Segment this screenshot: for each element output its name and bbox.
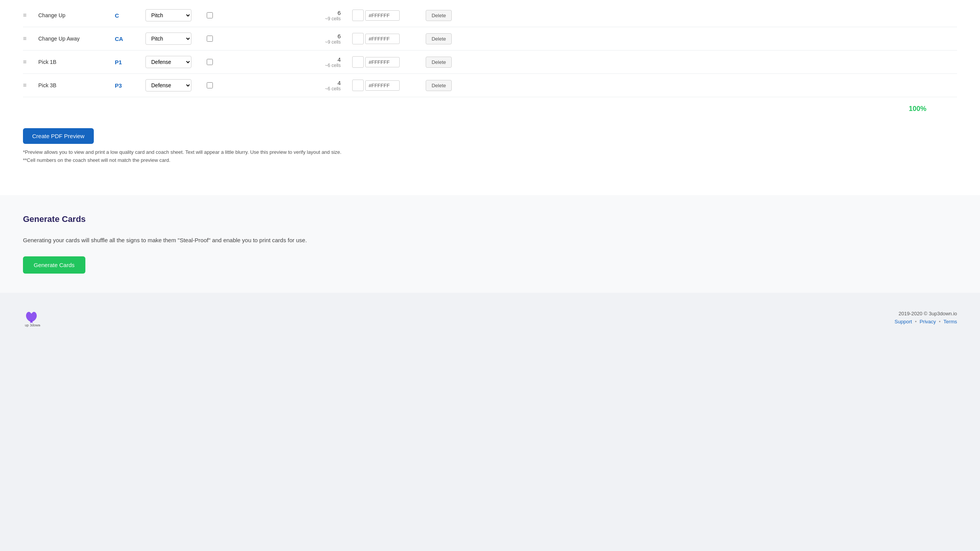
row-checkbox-container — [199, 12, 306, 18]
row-delete: Delete — [421, 80, 452, 91]
row-cells: 6 ~9 cells — [306, 10, 352, 21]
footer-logo: up 3down .io — [23, 308, 42, 327]
footer: up 3down .io 2019-2020 © 3up3down.io Sup… — [0, 293, 980, 342]
row-checkbox-container — [199, 59, 306, 65]
cells-approx: ~9 cells — [306, 16, 341, 21]
row-checkbox[interactable] — [207, 59, 213, 65]
preview-note-1: *Preview allows you to view and print a … — [23, 148, 957, 156]
color-hex-input[interactable] — [365, 57, 400, 67]
color-swatch[interactable] — [352, 10, 364, 21]
color-hex-input[interactable] — [365, 10, 400, 21]
row-cells: 6 ~9 cells — [306, 33, 352, 45]
generate-cards-description: Generating your cards will shuffle all t… — [23, 236, 957, 245]
table-row: ≡ Change Up C PitchDefenseBaserunning 6 … — [23, 4, 957, 27]
separator-2: • — [939, 319, 942, 324]
delete-button[interactable]: Delete — [426, 33, 452, 44]
drag-handle[interactable]: ≡ — [23, 59, 31, 65]
table-section: ≡ Change Up C PitchDefenseBaserunning 6 … — [23, 0, 957, 97]
footer-right: 2019-2020 © 3up3down.io Support • Privac… — [895, 311, 957, 324]
color-swatch[interactable] — [352, 80, 364, 91]
pdf-section: Create PDF Preview *Preview allows you t… — [23, 121, 957, 180]
row-type: PitchDefenseBaserunning — [145, 79, 199, 91]
table-row: ≡ Pick 1B P1 PitchDefenseBaserunning 4 ~… — [23, 51, 957, 74]
color-swatch[interactable] — [352, 33, 364, 44]
row-cells: 4 ~6 cells — [306, 80, 352, 91]
row-checkbox[interactable] — [207, 12, 213, 18]
color-hex-input[interactable] — [365, 34, 400, 44]
row-checkbox[interactable] — [207, 36, 213, 42]
preview-note-2: **Cell numbers on the coach sheet will n… — [23, 156, 957, 165]
type-select[interactable]: PitchDefenseBaserunning — [145, 79, 191, 91]
logo-icon: up 3down .io — [23, 308, 42, 327]
cells-count: 4 — [306, 56, 341, 63]
svg-text:.io: .io — [38, 324, 41, 327]
color-hex-input[interactable] — [365, 80, 400, 91]
row-name: Change Up — [38, 12, 115, 18]
row-checkbox-container — [199, 82, 306, 88]
delete-button[interactable]: Delete — [426, 10, 452, 21]
row-type: PitchDefenseBaserunning — [145, 33, 199, 45]
row-delete: Delete — [421, 33, 452, 44]
svg-text:up: up — [25, 323, 29, 327]
drag-handle[interactable]: ≡ — [23, 12, 31, 19]
create-pdf-button[interactable]: Create PDF Preview — [23, 128, 94, 144]
row-abbr: P3 — [115, 82, 145, 89]
row-name: Pick 3B — [38, 82, 115, 88]
cells-count: 6 — [306, 10, 341, 16]
type-select[interactable]: PitchDefenseBaserunning — [145, 9, 191, 21]
generate-cards-button[interactable]: Generate Cards — [23, 256, 85, 274]
terms-link[interactable]: Terms — [944, 319, 957, 324]
type-select[interactable]: PitchDefenseBaserunning — [145, 33, 191, 45]
footer-links: Support • Privacy • Terms — [895, 319, 957, 324]
privacy-link[interactable]: Privacy — [920, 319, 936, 324]
generate-cards-title: Generate Cards — [23, 214, 957, 224]
cells-approx: ~6 cells — [306, 63, 341, 68]
row-name: Change Up Away — [38, 36, 115, 42]
row-type: PitchDefenseBaserunning — [145, 56, 199, 68]
separator-1: • — [915, 319, 918, 324]
row-delete: Delete — [421, 10, 452, 21]
support-link[interactable]: Support — [895, 319, 912, 324]
drag-handle[interactable]: ≡ — [23, 35, 31, 42]
percentage-row: 100% — [23, 97, 957, 121]
color-swatch[interactable] — [352, 56, 364, 68]
copyright-text: 2019-2020 © 3up3down.io — [895, 311, 957, 316]
row-abbr: P1 — [115, 59, 145, 65]
row-color — [352, 80, 421, 91]
delete-button[interactable]: Delete — [426, 57, 452, 68]
cells-count: 4 — [306, 80, 341, 86]
row-color — [352, 10, 421, 21]
table-row: ≡ Change Up Away CA PitchDefenseBaserunn… — [23, 27, 957, 51]
row-name: Pick 1B — [38, 59, 115, 65]
cells-approx: ~9 cells — [306, 39, 341, 45]
row-abbr: CA — [115, 36, 145, 42]
drag-handle[interactable]: ≡ — [23, 82, 31, 89]
delete-button[interactable]: Delete — [426, 80, 452, 91]
row-checkbox[interactable] — [207, 82, 213, 88]
percentage-value: 100% — [909, 105, 926, 113]
row-type: PitchDefenseBaserunning — [145, 9, 199, 21]
row-cells: 4 ~6 cells — [306, 56, 352, 68]
row-color — [352, 33, 421, 44]
cells-count: 6 — [306, 33, 341, 39]
row-color — [352, 56, 421, 68]
cells-approx: ~6 cells — [306, 86, 341, 91]
row-delete: Delete — [421, 57, 452, 68]
row-abbr: C — [115, 12, 145, 19]
row-checkbox-container — [199, 36, 306, 42]
main-content: ≡ Change Up C PitchDefenseBaserunning 6 … — [0, 0, 980, 195]
type-select[interactable]: PitchDefenseBaserunning — [145, 56, 191, 68]
generate-section: Generate Cards Generating your cards wil… — [0, 195, 980, 293]
table-row: ≡ Pick 3B P3 PitchDefenseBaserunning 4 ~… — [23, 74, 957, 97]
